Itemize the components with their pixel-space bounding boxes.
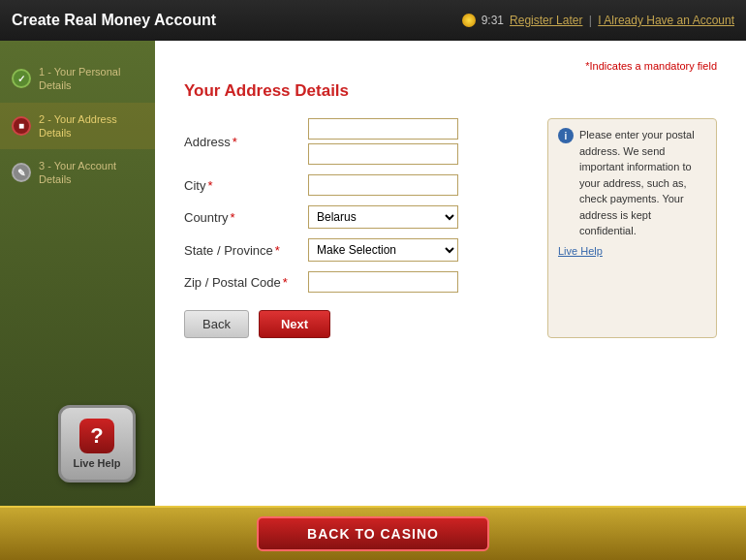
info-box: i Please enter your postal address. We s…	[547, 118, 717, 338]
step3-label: 3 - Your Account Details	[39, 159, 143, 187]
link-separator: |	[589, 14, 592, 27]
header-right: 9:31 Register Later | I Already Have an …	[462, 14, 734, 27]
live-help-container: ? Live Help	[58, 405, 136, 482]
step2-label: 2 - Your Address Details	[39, 112, 143, 140]
city-label: City*	[184, 178, 300, 193]
city-row: City*	[184, 174, 528, 196]
back-button[interactable]: Back	[184, 310, 249, 338]
already-have-account-link[interactable]: I Already Have an Account	[598, 14, 734, 27]
state-label: State / Province*	[184, 243, 300, 258]
country-label: Country*	[184, 210, 300, 225]
sidebar-item-account[interactable]: ✎ 3 - Your Account Details	[0, 149, 155, 197]
live-help-label: Live Help	[74, 457, 121, 469]
step1-label: 1 - Your Personal Details	[39, 65, 143, 93]
page-title: Create Real Money Account	[12, 12, 216, 29]
live-help-button[interactable]: ? Live Help	[58, 405, 136, 482]
mandatory-note: *Indicates a mandatory field	[184, 60, 717, 72]
info-box-header: i Please enter your postal address. We s…	[558, 127, 706, 239]
info-icon: i	[558, 128, 574, 143]
step1-icon: ✓	[12, 69, 31, 88]
live-help-icon: ?	[79, 419, 114, 453]
form-content-area: Address* City* Coun	[184, 118, 717, 338]
next-button[interactable]: Next	[259, 310, 330, 338]
zip-input[interactable]	[308, 271, 458, 293]
section-title: Your Address Details	[184, 81, 717, 101]
address-line2-input[interactable]	[308, 143, 458, 165]
coin-icon	[462, 14, 476, 27]
info-box-text: Please enter your postal address. We sen…	[579, 127, 706, 239]
live-help-info-link[interactable]: Live Help	[558, 243, 706, 260]
step2-icon: ■	[12, 116, 31, 136]
form-fields: Address* City* Coun	[184, 118, 528, 338]
state-row: State / Province* Make Selection	[184, 238, 528, 262]
form-buttons: Back Next	[184, 310, 528, 338]
back-to-casino-button[interactable]: BACK TO CASINO	[257, 516, 489, 551]
step3-icon: ✎	[12, 163, 31, 182]
address-input-group	[308, 118, 458, 165]
sidebar-item-personal[interactable]: ✓ 1 - Your Personal Details	[0, 55, 155, 103]
country-row: Country* Belarus	[184, 205, 528, 229]
content-area: *Indicates a mandatory field Your Addres…	[155, 41, 746, 506]
footer: BACK TO CASINO	[0, 506, 746, 560]
city-input[interactable]	[308, 174, 458, 196]
address-row: Address*	[184, 118, 528, 165]
state-select[interactable]: Make Selection	[308, 238, 458, 262]
header-time: 9:31	[482, 14, 504, 27]
header-links: Register Later | I Already Have an Accou…	[510, 14, 734, 27]
zip-row: Zip / Postal Code*	[184, 271, 528, 293]
sidebar-item-address[interactable]: ■ 2 - Your Address Details	[0, 103, 155, 150]
register-later-link[interactable]: Register Later	[510, 14, 582, 27]
zip-label: Zip / Postal Code*	[184, 275, 300, 290]
address-label: Address*	[184, 135, 300, 149]
address-line1-input[interactable]	[308, 118, 458, 140]
country-select[interactable]: Belarus	[308, 205, 458, 229]
header: Create Real Money Account 9:31 Register …	[0, 0, 746, 41]
